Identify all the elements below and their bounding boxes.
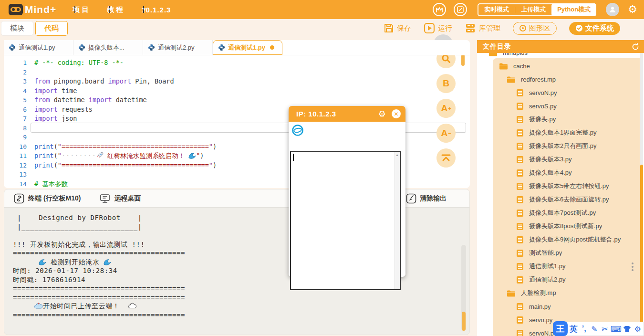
monitor-icon (100, 194, 110, 203)
scroll-top-button[interactable] (436, 148, 456, 168)
rocket-icon (96, 152, 104, 159)
file-row-摄像头版本6去除画面旋转.py[interactable]: 摄像头版本6去除画面旋转.py (516, 193, 609, 206)
file-row-摄像头版本5带左右转按钮.py[interactable]: 摄像头版本5带左右转按钮.py (516, 179, 609, 193)
file-row-servoS.py[interactable]: servoS.py (516, 99, 557, 113)
mode-realtime[interactable]: 实时模式 (484, 5, 509, 14)
file-row-摄像头.py[interactable]: 摄像头.py (516, 113, 556, 126)
ip-window-body (289, 122, 405, 277)
file-row-servo.py[interactable]: servo.py (516, 313, 552, 326)
ime-skin-icon[interactable] (623, 326, 632, 333)
editor-tab-2[interactable]: 通信测试2.py (143, 40, 213, 55)
save-button[interactable]: 保存 (384, 23, 411, 33)
pencil-square-icon (457, 6, 464, 13)
play-icon (424, 22, 435, 34)
mode-python-active[interactable]: Python模式 (551, 3, 596, 16)
terminal-tab[interactable]: 终端 (行空板M10) (14, 193, 81, 204)
bold-button[interactable]: B (436, 74, 456, 93)
file-row-servoN.py[interactable]: servoN.py (516, 86, 557, 99)
file-row-摄像头版本3.py[interactable]: 摄像头版本3.py (516, 153, 572, 166)
top-menubar: Mind+ 项目▾ 教程▾ 10.1.2.3▾ 实时模式 上传模式 Python… (0, 0, 644, 19)
box-scrollbar[interactable] (395, 152, 400, 289)
check-circle-icon (575, 24, 583, 32)
folder-row-人脸检测.mp[interactable]: 人脸检测.mp (507, 286, 556, 300)
mindplus-logo: Mind+ (9, 4, 56, 15)
mode-switcher: 实时模式 上传模式 Python模式 (478, 3, 596, 16)
font-increase-button[interactable]: A+ (436, 99, 456, 118)
editor-float-buttons: BA+A− (436, 49, 456, 173)
view-tab-code[interactable]: 代码 (35, 21, 68, 36)
toolbar: 模块 代码 保存 运行 库管理 图形区 文件系统 (0, 19, 644, 37)
file-row-摄像头版本9网页post舵机整合.py[interactable]: 摄像头版本9网页post舵机整合.py (516, 233, 621, 246)
community-icon[interactable] (433, 3, 446, 16)
file-row-menu-icon[interactable] (631, 261, 634, 273)
terminal-line: _ (13, 328, 469, 336)
floppy-save-icon (384, 23, 394, 33)
font-decrease-button[interactable]: A− (436, 124, 456, 143)
file-panel-title: 文件目录 (483, 42, 511, 51)
editor-tabstrip: 通信测试1.py摄像头版本...通信测试2.py通信测试1.py (4, 40, 470, 55)
view-tab-blocks[interactable]: 模块 (1, 21, 33, 36)
window-close-icon[interactable]: ✕ (392, 109, 401, 118)
file-row-摄像头版本8post测试新.py[interactable]: 摄像头版本8post测试新.py (516, 220, 602, 233)
file-row-通信测试2.py[interactable]: 通信测试2.py (516, 273, 566, 286)
editor-scrollbar[interactable] (461, 54, 465, 66)
mode-upload[interactable]: 上传模式 (521, 5, 546, 14)
folder-row-cache[interactable]: cache (499, 59, 530, 73)
loading-spinner-icon (291, 124, 304, 138)
ime-logo[interactable]: 王 (553, 321, 568, 336)
file-panel-header: 文件目录 (477, 40, 644, 53)
broom-icon (406, 193, 416, 204)
file-tree: mindpluscacheredforest.mpservoN.pyservoS… (477, 40, 644, 336)
ime-handwriting-icon[interactable]: ✎ (590, 325, 599, 334)
server-stack-icon (465, 22, 476, 34)
graphics-area-button[interactable]: 图形区 (513, 22, 557, 35)
ime-keyboard-icon[interactable]: ⌨ (611, 325, 621, 334)
terminal-line (13, 319, 469, 328)
editor-tab-3[interactable]: 通信测试1.py (213, 40, 282, 55)
ip-window-header[interactable]: IP: 10.1.2.3 ⚙ ✕ (289, 106, 405, 122)
tree-scrollbar[interactable] (640, 165, 643, 336)
remote-desktop-tab[interactable]: 远程桌面 (100, 194, 141, 203)
ime-lang-toggle[interactable]: 英 (569, 324, 578, 335)
window-gear-icon[interactable]: ⚙ (378, 110, 386, 118)
file-row-servoN.py[interactable]: servoN.py (516, 326, 557, 336)
wave-icon (39, 258, 46, 266)
chevron-down-icon: ▾ (74, 6, 75, 13)
code-line-4: import time (34, 86, 465, 96)
maker-badge-icon (436, 6, 443, 13)
menu-version[interactable]: 10.1.2.3▾ (141, 6, 171, 14)
chevron-down-icon: ▾ (143, 6, 144, 13)
settings-gear-icon[interactable]: ⚙ (628, 4, 637, 15)
file-row-摄像头版本7post测试.py[interactable]: 摄像头版本7post测试.py (516, 206, 596, 220)
file-system-button[interactable]: 文件系统 (569, 22, 620, 35)
file-row-摄像头版本1界面完整.py[interactable]: 摄像头版本1界面完整.py (516, 126, 597, 139)
ime-settings-gear-icon[interactable]: ⚙ (633, 325, 642, 334)
editor-tab-1[interactable]: 摄像头版本... (73, 40, 143, 55)
ime-clipboard-scissors-icon[interactable]: ✂ (600, 325, 609, 334)
file-row-摄像头版本4.py[interactable]: 摄像头版本4.py (516, 166, 572, 179)
wave-icon (188, 152, 196, 159)
terminal-line: ======================================== (13, 311, 469, 320)
menu-tutorial[interactable]: 教程▾ (107, 5, 125, 14)
edit-project-icon[interactable] (454, 3, 467, 16)
refresh-icon[interactable] (632, 43, 639, 51)
video-text-box[interactable] (290, 151, 401, 290)
file-row-main.py[interactable]: main.py (516, 300, 551, 313)
file-row-通信测试1.py[interactable]: 通信测试1.py (516, 260, 566, 273)
editor-tab-0[interactable]: 通信测试1.py (4, 40, 73, 55)
run-button[interactable]: 运行 (424, 22, 452, 34)
file-row-摄像头版本2只有画面.py[interactable]: 摄像头版本2只有画面.py (516, 139, 597, 153)
terminal-line: 开始时间已上传至云端！ (13, 302, 469, 311)
link-icon (14, 193, 24, 204)
terminal-scrollbar[interactable] (462, 312, 466, 331)
avatar[interactable] (606, 3, 619, 16)
folder-row-redforest.mp[interactable]: redforest.mp (507, 73, 556, 86)
chevron-down-icon: ▾ (109, 6, 110, 13)
user-icon (609, 6, 616, 13)
clear-output-button[interactable]: 清除输出 (399, 189, 447, 208)
code-line-2 (34, 68, 465, 77)
library-manager-button[interactable]: 库管理 (465, 22, 500, 34)
menu-project[interactable]: 项目▾ (73, 5, 91, 14)
file-row-测试智能.py[interactable]: 测试智能.py (516, 246, 562, 260)
ime-punctuation-toggle[interactable]: ’, (580, 325, 589, 333)
